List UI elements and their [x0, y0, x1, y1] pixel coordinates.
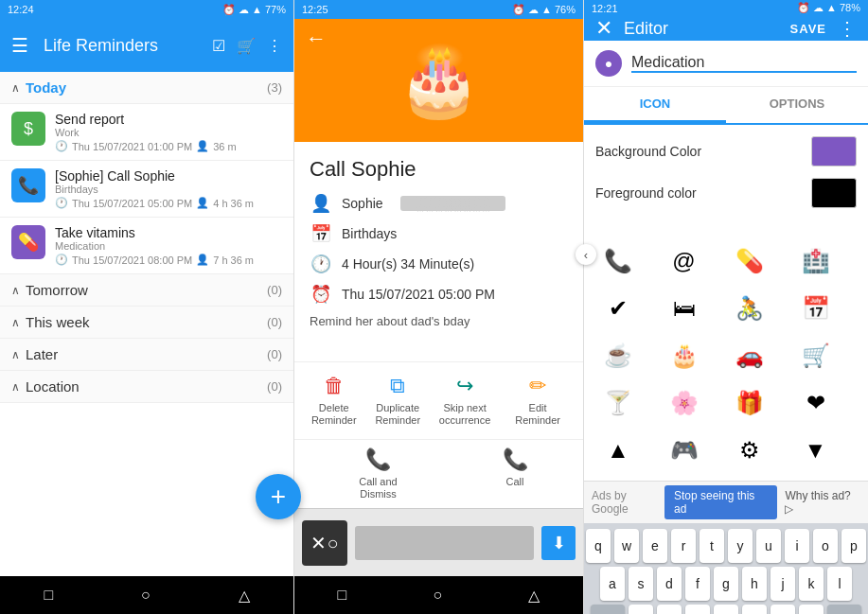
reminder-category-take-vitamins: Medication: [55, 240, 282, 252]
icon-flower[interactable]: 🌸: [662, 380, 707, 426]
key-q[interactable]: q: [586, 529, 611, 563]
key-y[interactable]: y: [728, 529, 753, 563]
stop-ad-button[interactable]: Stop seeing this ad: [664, 485, 777, 519]
key-v[interactable]: v: [714, 605, 738, 614]
key-k[interactable]: k: [799, 567, 824, 601]
key-t[interactable]: t: [700, 529, 724, 563]
reminder-time-take-vitamins: 🕐 Thu 15/07/2021 08:00 PM 👤 7 h 36 m: [55, 254, 282, 266]
icon-check[interactable]: ✔: [595, 286, 641, 331]
icon-bike[interactable]: 🚴: [727, 286, 772, 331]
icon-pill[interactable]: 💊: [727, 238, 772, 284]
icon-down[interactable]: ▼: [793, 428, 839, 473]
key-i[interactable]: i: [785, 529, 809, 563]
key-x[interactable]: x: [657, 605, 682, 614]
nav-circle-2[interactable]: ○: [434, 587, 443, 604]
skip-occurrence-btn[interactable]: ↪ Skip nextoccurrence: [439, 374, 490, 427]
key-b[interactable]: b: [742, 605, 767, 614]
key-r[interactable]: r: [671, 529, 696, 563]
key-c[interactable]: c: [685, 605, 710, 614]
editor-more-btn[interactable]: ⋮: [838, 17, 857, 40]
delete-label: DeleteReminder: [311, 402, 357, 427]
skip-label: Skip nextoccurrence: [439, 402, 490, 427]
key-h[interactable]: h: [742, 567, 767, 601]
reminder-title-take-vitamins: Take vitamins: [55, 225, 282, 240]
nav-square-1[interactable]: □: [44, 587, 53, 604]
med-dot-symbol: ●: [605, 56, 612, 71]
panel-editor: 12:21 ⏰ ☁ ▲ 78% ✕ Editor SAVE ⋮ ● ICON O…: [584, 0, 868, 614]
icon-gamepad[interactable]: 🎮: [662, 428, 707, 473]
key-n[interactable]: n: [771, 605, 795, 614]
section-location[interactable]: ∧ Location (0): [0, 371, 293, 403]
key-j[interactable]: j: [771, 567, 795, 601]
icon-coffee[interactable]: ☕: [595, 333, 641, 378]
key-s[interactable]: s: [629, 567, 653, 601]
section-tomorrow[interactable]: ∧ Tomorrow (0): [0, 274, 293, 307]
skip-icon: ↪: [456, 374, 473, 398]
edit-reminder-btn[interactable]: ✏ Edit Reminder: [509, 374, 566, 427]
section-later[interactable]: ∧ Later (0): [0, 339, 293, 371]
icon-phone[interactable]: 📞: [595, 238, 641, 284]
key-l[interactable]: l: [827, 567, 852, 601]
icon-heart[interactable]: ❤: [793, 380, 839, 426]
icon-hospital[interactable]: 🏥: [793, 238, 839, 284]
icon-up[interactable]: ▲: [595, 428, 641, 473]
detail-title: Call Sophie: [310, 157, 568, 182]
icon-cart[interactable]: 🛒: [793, 333, 839, 378]
key-d[interactable]: d: [657, 567, 682, 601]
key-z[interactable]: z: [629, 605, 653, 614]
nav-circle-1[interactable]: ○: [141, 587, 151, 604]
key-w[interactable]: w: [614, 529, 639, 563]
section-today[interactable]: ∧ Today (3): [0, 72, 293, 104]
fab-add[interactable]: +: [256, 474, 301, 519]
back-icon[interactable]: ←: [306, 26, 327, 51]
reminder-call-sophie[interactable]: 📞 [Sophie] Call Sophie Birthdays 🕐 Thu 1…: [0, 161, 293, 218]
save-button[interactable]: SAVE: [790, 22, 826, 36]
chevron-thisweek: ∧: [11, 316, 20, 329]
key-u[interactable]: u: [756, 529, 781, 563]
tab-icon[interactable]: ICON: [584, 87, 726, 123]
tab-options[interactable]: OPTIONS: [726, 87, 868, 123]
icon-drink[interactable]: 🍸: [595, 380, 641, 426]
more-options-icon[interactable]: ⋮: [267, 37, 282, 55]
key-e[interactable]: e: [643, 529, 667, 563]
why-ad-link[interactable]: Why this ad? ▷: [785, 489, 860, 516]
call-dismiss-btn[interactable]: 📞 Call and Dismiss: [350, 447, 407, 500]
icon-car[interactable]: 🚗: [727, 333, 772, 378]
background-color-swatch[interactable]: [811, 136, 857, 167]
shopping-icon[interactable]: 🛒: [237, 37, 256, 55]
reminder-take-vitamins[interactable]: 💊 Take vitamins Medication 🕐 Thu 15/07/2…: [0, 218, 293, 274]
key-g[interactable]: g: [714, 567, 738, 601]
menu-icon[interactable]: ☰: [11, 34, 28, 57]
contact-icon: 👤: [310, 193, 332, 214]
detail-category: Birthdays: [342, 226, 397, 241]
ad-download-btn[interactable]: ⬇: [541, 526, 576, 560]
editor-close-btn[interactable]: ✕: [595, 16, 612, 41]
check-edit-icon[interactable]: ☑: [212, 37, 225, 55]
duplicate-reminder-btn[interactable]: ⧉ DuplicateReminder: [375, 374, 420, 427]
icon-bed[interactable]: 🛏: [662, 286, 707, 331]
key-m[interactable]: m: [799, 605, 824, 614]
call-btn[interactable]: 📞 Call: [503, 447, 528, 500]
key-a[interactable]: a: [600, 567, 625, 601]
foreground-color-swatch[interactable]: [811, 178, 857, 208]
shift-key[interactable]: ⇧: [591, 605, 625, 614]
icon-at[interactable]: @: [662, 238, 707, 284]
icon-gift[interactable]: 🎁: [727, 380, 772, 426]
medication-name-input[interactable]: [631, 54, 857, 73]
key-p[interactable]: p: [841, 529, 866, 563]
reminder-send-report[interactable]: $ Send report Work 🕐 Thu 15/07/2021 01:0…: [0, 104, 293, 161]
icon-calendar[interactable]: 📅: [793, 286, 839, 331]
delete-reminder-btn[interactable]: 🗑 DeleteReminder: [311, 374, 357, 427]
icon-gear[interactable]: ⚙: [727, 428, 772, 473]
section-today-count: (3): [267, 80, 282, 95]
nav-square-2[interactable]: □: [338, 587, 347, 604]
nav-triangle-1[interactable]: △: [239, 587, 250, 605]
section-thisweek[interactable]: ∧ This week (0): [0, 307, 293, 339]
person-icon-3: 👤: [196, 254, 209, 266]
collapse-panel-btn[interactable]: ‹: [576, 244, 596, 265]
key-o[interactable]: o: [813, 529, 838, 563]
key-f[interactable]: f: [685, 567, 710, 601]
nav-triangle-2[interactable]: △: [528, 587, 540, 605]
backspace-key[interactable]: ⌫: [827, 605, 861, 614]
icon-cake[interactable]: 🎂: [662, 333, 707, 378]
